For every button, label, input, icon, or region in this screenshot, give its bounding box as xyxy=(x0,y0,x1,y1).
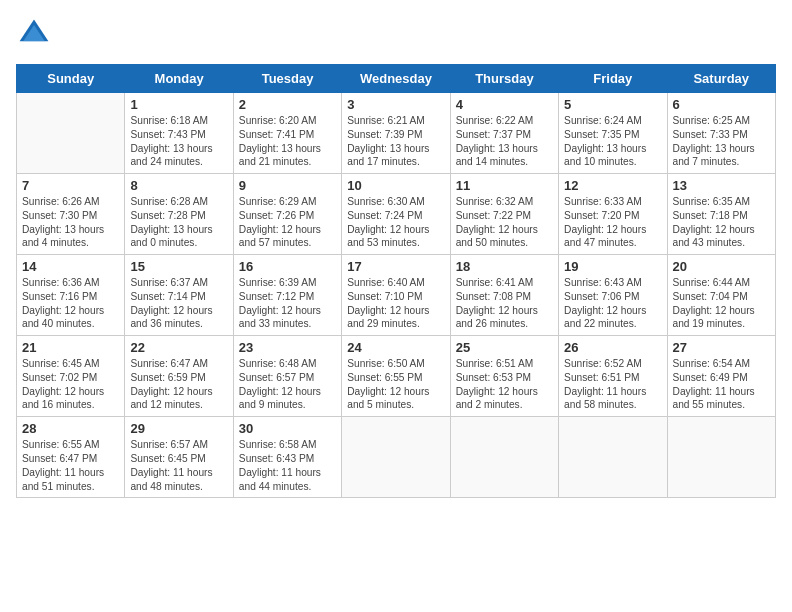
day-number: 13 xyxy=(673,178,770,193)
day-info: Sunrise: 6:52 AM Sunset: 6:51 PM Dayligh… xyxy=(564,357,661,412)
calendar-day: 5Sunrise: 6:24 AM Sunset: 7:35 PM Daylig… xyxy=(559,93,667,174)
calendar-day: 22Sunrise: 6:47 AM Sunset: 6:59 PM Dayli… xyxy=(125,336,233,417)
calendar-day: 27Sunrise: 6:54 AM Sunset: 6:49 PM Dayli… xyxy=(667,336,775,417)
calendar-day: 25Sunrise: 6:51 AM Sunset: 6:53 PM Dayli… xyxy=(450,336,558,417)
day-info: Sunrise: 6:47 AM Sunset: 6:59 PM Dayligh… xyxy=(130,357,227,412)
weekday-header-thursday: Thursday xyxy=(450,65,558,93)
calendar-day: 19Sunrise: 6:43 AM Sunset: 7:06 PM Dayli… xyxy=(559,255,667,336)
day-number: 25 xyxy=(456,340,553,355)
day-info: Sunrise: 6:40 AM Sunset: 7:10 PM Dayligh… xyxy=(347,276,444,331)
page-header xyxy=(16,16,776,52)
day-info: Sunrise: 6:55 AM Sunset: 6:47 PM Dayligh… xyxy=(22,438,119,493)
day-number: 8 xyxy=(130,178,227,193)
day-number: 22 xyxy=(130,340,227,355)
calendar-day: 26Sunrise: 6:52 AM Sunset: 6:51 PM Dayli… xyxy=(559,336,667,417)
calendar-week-2: 7Sunrise: 6:26 AM Sunset: 7:30 PM Daylig… xyxy=(17,174,776,255)
weekday-header-tuesday: Tuesday xyxy=(233,65,341,93)
day-number: 16 xyxy=(239,259,336,274)
weekday-header-wednesday: Wednesday xyxy=(342,65,450,93)
weekday-header-sunday: Sunday xyxy=(17,65,125,93)
calendar-day xyxy=(450,417,558,498)
day-number: 18 xyxy=(456,259,553,274)
day-number: 11 xyxy=(456,178,553,193)
calendar-day: 9Sunrise: 6:29 AM Sunset: 7:26 PM Daylig… xyxy=(233,174,341,255)
day-info: Sunrise: 6:20 AM Sunset: 7:41 PM Dayligh… xyxy=(239,114,336,169)
calendar-day: 28Sunrise: 6:55 AM Sunset: 6:47 PM Dayli… xyxy=(17,417,125,498)
calendar-day: 7Sunrise: 6:26 AM Sunset: 7:30 PM Daylig… xyxy=(17,174,125,255)
calendar-day: 6Sunrise: 6:25 AM Sunset: 7:33 PM Daylig… xyxy=(667,93,775,174)
calendar-day: 1Sunrise: 6:18 AM Sunset: 7:43 PM Daylig… xyxy=(125,93,233,174)
day-info: Sunrise: 6:35 AM Sunset: 7:18 PM Dayligh… xyxy=(673,195,770,250)
day-info: Sunrise: 6:45 AM Sunset: 7:02 PM Dayligh… xyxy=(22,357,119,412)
day-number: 21 xyxy=(22,340,119,355)
calendar-day: 24Sunrise: 6:50 AM Sunset: 6:55 PM Dayli… xyxy=(342,336,450,417)
calendar-day xyxy=(17,93,125,174)
day-info: Sunrise: 6:50 AM Sunset: 6:55 PM Dayligh… xyxy=(347,357,444,412)
day-info: Sunrise: 6:36 AM Sunset: 7:16 PM Dayligh… xyxy=(22,276,119,331)
day-number: 12 xyxy=(564,178,661,193)
calendar-day: 21Sunrise: 6:45 AM Sunset: 7:02 PM Dayli… xyxy=(17,336,125,417)
calendar-day: 18Sunrise: 6:41 AM Sunset: 7:08 PM Dayli… xyxy=(450,255,558,336)
day-info: Sunrise: 6:37 AM Sunset: 7:14 PM Dayligh… xyxy=(130,276,227,331)
calendar-day: 23Sunrise: 6:48 AM Sunset: 6:57 PM Dayli… xyxy=(233,336,341,417)
calendar-day xyxy=(559,417,667,498)
calendar-week-3: 14Sunrise: 6:36 AM Sunset: 7:16 PM Dayli… xyxy=(17,255,776,336)
calendar-day: 20Sunrise: 6:44 AM Sunset: 7:04 PM Dayli… xyxy=(667,255,775,336)
calendar-week-4: 21Sunrise: 6:45 AM Sunset: 7:02 PM Dayli… xyxy=(17,336,776,417)
day-info: Sunrise: 6:30 AM Sunset: 7:24 PM Dayligh… xyxy=(347,195,444,250)
day-info: Sunrise: 6:24 AM Sunset: 7:35 PM Dayligh… xyxy=(564,114,661,169)
calendar-day: 13Sunrise: 6:35 AM Sunset: 7:18 PM Dayli… xyxy=(667,174,775,255)
day-info: Sunrise: 6:26 AM Sunset: 7:30 PM Dayligh… xyxy=(22,195,119,250)
day-info: Sunrise: 6:25 AM Sunset: 7:33 PM Dayligh… xyxy=(673,114,770,169)
calendar-day: 29Sunrise: 6:57 AM Sunset: 6:45 PM Dayli… xyxy=(125,417,233,498)
calendar-day: 2Sunrise: 6:20 AM Sunset: 7:41 PM Daylig… xyxy=(233,93,341,174)
calendar-day: 16Sunrise: 6:39 AM Sunset: 7:12 PM Dayli… xyxy=(233,255,341,336)
day-number: 1 xyxy=(130,97,227,112)
calendar: SundayMondayTuesdayWednesdayThursdayFrid… xyxy=(16,64,776,498)
day-info: Sunrise: 6:28 AM Sunset: 7:28 PM Dayligh… xyxy=(130,195,227,250)
day-number: 20 xyxy=(673,259,770,274)
calendar-day xyxy=(667,417,775,498)
day-number: 3 xyxy=(347,97,444,112)
weekday-header-monday: Monday xyxy=(125,65,233,93)
day-number: 4 xyxy=(456,97,553,112)
day-number: 14 xyxy=(22,259,119,274)
calendar-day: 15Sunrise: 6:37 AM Sunset: 7:14 PM Dayli… xyxy=(125,255,233,336)
calendar-day: 12Sunrise: 6:33 AM Sunset: 7:20 PM Dayli… xyxy=(559,174,667,255)
day-number: 5 xyxy=(564,97,661,112)
day-info: Sunrise: 6:41 AM Sunset: 7:08 PM Dayligh… xyxy=(456,276,553,331)
day-info: Sunrise: 6:39 AM Sunset: 7:12 PM Dayligh… xyxy=(239,276,336,331)
day-number: 23 xyxy=(239,340,336,355)
day-info: Sunrise: 6:57 AM Sunset: 6:45 PM Dayligh… xyxy=(130,438,227,493)
day-info: Sunrise: 6:29 AM Sunset: 7:26 PM Dayligh… xyxy=(239,195,336,250)
day-number: 10 xyxy=(347,178,444,193)
day-info: Sunrise: 6:54 AM Sunset: 6:49 PM Dayligh… xyxy=(673,357,770,412)
day-info: Sunrise: 6:48 AM Sunset: 6:57 PM Dayligh… xyxy=(239,357,336,412)
calendar-week-1: 1Sunrise: 6:18 AM Sunset: 7:43 PM Daylig… xyxy=(17,93,776,174)
weekday-header-saturday: Saturday xyxy=(667,65,775,93)
day-number: 6 xyxy=(673,97,770,112)
calendar-day: 10Sunrise: 6:30 AM Sunset: 7:24 PM Dayli… xyxy=(342,174,450,255)
calendar-day: 17Sunrise: 6:40 AM Sunset: 7:10 PM Dayli… xyxy=(342,255,450,336)
day-number: 2 xyxy=(239,97,336,112)
day-info: Sunrise: 6:33 AM Sunset: 7:20 PM Dayligh… xyxy=(564,195,661,250)
calendar-week-5: 28Sunrise: 6:55 AM Sunset: 6:47 PM Dayli… xyxy=(17,417,776,498)
day-info: Sunrise: 6:51 AM Sunset: 6:53 PM Dayligh… xyxy=(456,357,553,412)
calendar-day: 11Sunrise: 6:32 AM Sunset: 7:22 PM Dayli… xyxy=(450,174,558,255)
calendar-day: 14Sunrise: 6:36 AM Sunset: 7:16 PM Dayli… xyxy=(17,255,125,336)
day-number: 9 xyxy=(239,178,336,193)
logo xyxy=(16,16,56,52)
day-info: Sunrise: 6:44 AM Sunset: 7:04 PM Dayligh… xyxy=(673,276,770,331)
day-number: 27 xyxy=(673,340,770,355)
day-number: 15 xyxy=(130,259,227,274)
day-number: 29 xyxy=(130,421,227,436)
day-info: Sunrise: 6:22 AM Sunset: 7:37 PM Dayligh… xyxy=(456,114,553,169)
day-number: 19 xyxy=(564,259,661,274)
day-number: 30 xyxy=(239,421,336,436)
weekday-header-friday: Friday xyxy=(559,65,667,93)
weekday-header-row: SundayMondayTuesdayWednesdayThursdayFrid… xyxy=(17,65,776,93)
calendar-day: 3Sunrise: 6:21 AM Sunset: 7:39 PM Daylig… xyxy=(342,93,450,174)
logo-icon xyxy=(16,16,52,52)
day-info: Sunrise: 6:21 AM Sunset: 7:39 PM Dayligh… xyxy=(347,114,444,169)
day-number: 28 xyxy=(22,421,119,436)
